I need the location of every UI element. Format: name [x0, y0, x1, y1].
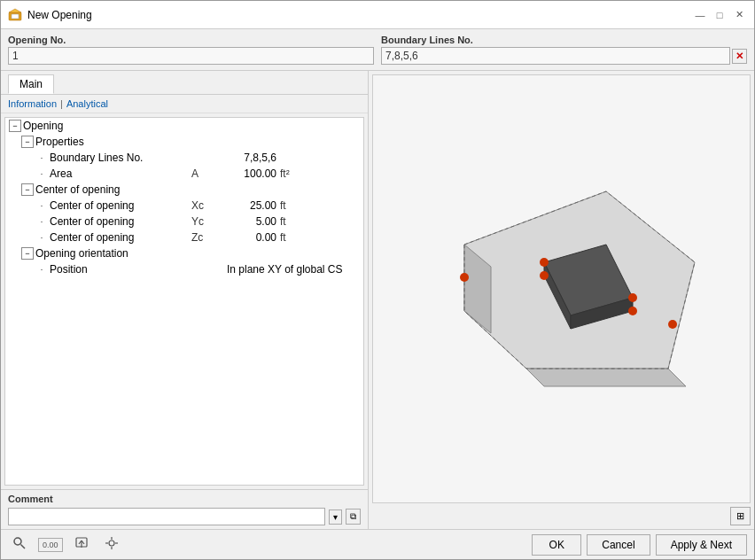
- expander-center[interactable]: −: [21, 183, 34, 196]
- svg-point-15: [668, 320, 677, 329]
- cancel-button[interactable]: Cancel: [587, 534, 650, 556]
- table-row[interactable]: − Properties: [5, 134, 363, 150]
- svg-point-10: [540, 258, 549, 267]
- opening-no-group: Opening No.: [8, 35, 374, 65]
- information-link[interactable]: Information: [8, 98, 57, 109]
- tree-label-xc: Center of opening: [50, 199, 191, 212]
- svg-point-13: [540, 271, 549, 280]
- boundary-clear-button[interactable]: ✕: [732, 49, 747, 64]
- tree-col3-xc: 25.00: [227, 199, 280, 212]
- svg-marker-5: [526, 369, 686, 386]
- boundary-lines-input[interactable]: [381, 47, 730, 65]
- export-button[interactable]: [70, 533, 93, 556]
- svg-point-16: [14, 538, 21, 545]
- apply-next-button[interactable]: Apply & Next: [656, 534, 747, 556]
- title-controls: — □ ✕: [692, 7, 747, 23]
- svg-point-12: [628, 307, 637, 315]
- ok-button[interactable]: OK: [532, 534, 581, 556]
- boundary-lines-group: Boundary Lines No. ✕: [381, 35, 747, 65]
- table-row[interactable]: − Opening orientation: [5, 245, 363, 261]
- close-button[interactable]: ✕: [731, 7, 747, 23]
- tree-label-orientation: Opening orientation: [35, 247, 177, 260]
- leaf-placeholder: ·: [35, 152, 48, 164]
- tree-col4-position: In plane XY of global CS: [227, 263, 343, 276]
- table-row[interactable]: · Center of opening Xc 25.00 ft: [5, 198, 363, 214]
- tree-col3-zc: 0.00: [227, 231, 280, 244]
- table-row[interactable]: − Opening: [5, 118, 363, 134]
- tree-col4-xc: ft: [280, 199, 286, 212]
- app-icon: [8, 8, 22, 22]
- svg-point-11: [628, 293, 637, 302]
- table-row[interactable]: · Center of opening Yc 5.00 ft: [5, 214, 363, 229]
- bottom-right: OK Cancel Apply & Next: [532, 534, 747, 556]
- tree-label-properties: Properties: [35, 136, 177, 148]
- boundary-lines-label: Boundary Lines No.: [381, 35, 747, 45]
- leaf-placeholder: ·: [35, 199, 48, 212]
- title-bar: New Opening — □ ✕: [1, 1, 754, 29]
- tree-label-opening: Opening: [23, 120, 165, 132]
- info-links: Information | Analytical: [1, 95, 368, 113]
- svg-rect-1: [12, 14, 19, 19]
- dialog-new-opening: New Opening — □ ✕ Opening No. Boundary L…: [0, 0, 755, 560]
- value-button[interactable]: 0.00: [38, 538, 63, 552]
- bottom-bar: 0.00 OK Cancel: [1, 529, 754, 559]
- opening-no-label: Opening No.: [8, 35, 374, 45]
- tabs-bar: Main: [1, 71, 368, 95]
- preview-settings-button[interactable]: ⊞: [730, 507, 751, 525]
- right-panel: ⊞: [369, 71, 754, 529]
- leaf-placeholder: ·: [35, 167, 48, 180]
- settings-icon: [105, 536, 119, 550]
- leaf-placeholder: ·: [35, 231, 48, 244]
- search-button[interactable]: [8, 533, 31, 556]
- svg-point-22: [109, 541, 114, 546]
- info-separator: |: [60, 98, 63, 109]
- expander-opening[interactable]: −: [9, 120, 21, 132]
- comment-copy-button[interactable]: ⧉: [346, 509, 361, 525]
- tree-col2-yc: Yc: [191, 215, 227, 228]
- tree-col3-boundary: 7,8,5,6: [227, 152, 280, 164]
- tree-col4-zc: ft: [280, 231, 286, 244]
- settings-button[interactable]: [100, 533, 123, 556]
- minimize-button[interactable]: —: [692, 7, 708, 23]
- expander-orientation[interactable]: −: [21, 247, 34, 260]
- tree-label-center-group: Center of opening: [35, 183, 177, 196]
- comment-label: Comment: [8, 494, 361, 504]
- comment-row: ▾ ⧉: [8, 508, 361, 525]
- svg-point-14: [460, 273, 469, 282]
- svg-line-17: [21, 545, 26, 549]
- boundary-wrapper: ✕: [381, 47, 747, 65]
- svg-marker-2: [9, 9, 21, 12]
- preview-area: [372, 74, 751, 503]
- tree-label-area: Area: [50, 167, 191, 180]
- table-row[interactable]: · Center of opening Zc 0.00 ft: [5, 229, 363, 245]
- tree-area: − Opening − Properties · Boundary Lines …: [4, 117, 364, 486]
- tree-label-zc: Center of opening: [50, 231, 191, 244]
- tree-col3-area: 100.00: [227, 167, 280, 180]
- tree-col4-yc: ft: [280, 215, 286, 228]
- table-row[interactable]: · Area A 100.00 ft²: [5, 166, 363, 182]
- left-panel: Main Information | Analytical − Opening: [1, 71, 369, 529]
- maximize-button[interactable]: □: [712, 7, 728, 23]
- analytical-link[interactable]: Analytical: [66, 98, 108, 109]
- opening-no-input[interactable]: [8, 47, 374, 65]
- search-icon: [12, 536, 27, 550]
- table-row[interactable]: · Position In plane XY of global CS: [5, 261, 363, 277]
- title-bar-left: New Opening: [8, 8, 92, 22]
- tree-label-yc: Center of opening: [50, 215, 191, 228]
- table-row[interactable]: − Center of opening: [5, 182, 363, 198]
- tree-col4-area: ft²: [280, 167, 290, 180]
- table-row[interactable]: · Boundary Lines No. 7,8,5,6: [5, 150, 363, 166]
- tree-col2-zc: Zc: [191, 231, 227, 244]
- main-area: Main Information | Analytical − Opening: [1, 71, 754, 529]
- tab-main[interactable]: Main: [8, 74, 54, 94]
- preview-controls: ⊞: [372, 503, 751, 525]
- tree-col2-area: A: [191, 167, 227, 180]
- expander-properties[interactable]: −: [21, 136, 34, 148]
- comment-input[interactable]: [8, 508, 325, 525]
- comment-area: Comment ▾ ⧉: [1, 489, 368, 529]
- header-fields: Opening No. Boundary Lines No. ✕: [1, 29, 754, 71]
- leaf-placeholder: ·: [35, 215, 48, 228]
- preview-svg: [411, 147, 712, 431]
- tree-col2-xc: Xc: [191, 199, 227, 212]
- comment-dropdown-button[interactable]: ▾: [329, 509, 342, 525]
